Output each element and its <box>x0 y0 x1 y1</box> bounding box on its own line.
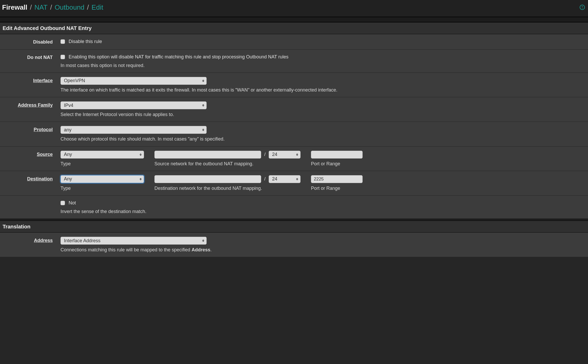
row-translation-address: Address Interface Address Connections ma… <box>0 233 588 257</box>
not-checkbox[interactable] <box>61 201 65 205</box>
breadcrumb: Firewall / NAT / Outbound / Edit <box>2 3 103 12</box>
panel-heading-translation: Translation <box>0 221 588 233</box>
do-not-nat-check-label: Enabling this option will disable NAT fo… <box>69 54 289 60</box>
chevron-updown-icon <box>140 178 142 180</box>
chevron-updown-icon <box>202 80 204 82</box>
do-not-nat-checkbox-wrap[interactable]: Enabling this option will disable NAT fo… <box>61 54 584 60</box>
chevron-updown-icon <box>202 104 204 107</box>
label-protocol[interactable]: Protocol <box>0 126 61 133</box>
address-family-help: Select the Internet Protocol version thi… <box>61 111 584 118</box>
destination-type-sub: Type <box>61 185 144 192</box>
disabled-checkbox[interactable] <box>61 39 65 44</box>
interface-select-value: OpenVPN <box>64 77 85 84</box>
chevron-updown-icon <box>202 129 204 131</box>
chevron-updown-icon <box>140 153 142 156</box>
row-protocol: Protocol any Choose which protocol this … <box>0 122 588 146</box>
source-port-sub: Port or Range <box>311 161 363 167</box>
row-address-family: Address Family IPv4 Select the Internet … <box>0 97 588 122</box>
do-not-nat-checkbox[interactable] <box>61 55 65 59</box>
destination-type-value: Any <box>64 176 72 182</box>
source-network-input[interactable] <box>154 151 261 159</box>
help-icon[interactable] <box>580 5 585 10</box>
breadcrumb-edit-link[interactable]: Edit <box>92 3 103 12</box>
destination-port-input[interactable] <box>311 175 363 183</box>
protocol-select[interactable]: any <box>61 126 207 134</box>
destination-mask-select[interactable]: 24 <box>269 175 301 183</box>
source-type-value: Any <box>64 151 72 158</box>
interface-help: The interface on which traffic is matche… <box>61 87 584 93</box>
slash-sep: / <box>264 151 266 158</box>
row-disabled: Disabled Disable this rule <box>0 34 588 49</box>
source-network-sub: Source network for the outbound NAT mapp… <box>154 161 301 167</box>
source-port-input[interactable] <box>311 151 363 159</box>
source-mask-value: 24 <box>272 151 277 158</box>
row-destination: Destination Any Type / <box>0 171 588 196</box>
label-not-blank <box>0 200 61 200</box>
address-family-select[interactable]: IPv4 <box>61 101 207 109</box>
not-help: Invert the sense of the destination matc… <box>61 208 584 215</box>
breadcrumb-root: Firewall <box>2 3 27 12</box>
translation-address-value: Interface Address <box>64 238 100 244</box>
panel-heading-edit-entry: Edit Advanced Outbound NAT Entry <box>0 22 588 34</box>
breadcrumb-bar: Firewall / NAT / Outbound / Edit <box>0 0 588 17</box>
interface-select[interactable]: OpenVPN <box>61 77 207 85</box>
spacer <box>0 17 588 22</box>
row-interface: Interface OpenVPN The interface on which… <box>0 73 588 97</box>
chevron-updown-icon <box>296 178 298 180</box>
destination-network-sub: Destination network for the outbound NAT… <box>154 185 301 192</box>
label-interface[interactable]: Interface <box>0 77 61 84</box>
not-checkbox-wrap[interactable]: Not <box>61 200 584 206</box>
breadcrumb-sep: / <box>29 3 33 12</box>
chevron-updown-icon <box>202 240 204 242</box>
destination-type-select[interactable]: Any <box>61 175 144 183</box>
label-do-not-nat: Do not NAT <box>0 54 61 61</box>
breadcrumb-sep: / <box>86 3 90 12</box>
translation-address-help: Connections matching this rule will be m… <box>61 247 584 253</box>
disabled-checkbox-wrap[interactable]: Disable this rule <box>61 38 584 45</box>
row-source: Source Any Type / <box>0 147 588 171</box>
row-not: Not Invert the sense of the destination … <box>0 196 588 219</box>
translation-address-select[interactable]: Interface Address <box>61 237 207 245</box>
destination-port-sub: Port or Range <box>311 185 363 192</box>
chevron-updown-icon <box>296 153 298 156</box>
protocol-help: Choose which protocol this rule should m… <box>61 136 584 142</box>
label-translation-address[interactable]: Address <box>0 237 61 244</box>
address-family-select-value: IPv4 <box>64 102 73 109</box>
label-destination[interactable]: Destination <box>0 175 61 182</box>
breadcrumb-nat-link[interactable]: NAT <box>34 3 47 12</box>
protocol-select-value: any <box>64 127 71 133</box>
source-mask-select[interactable]: 24 <box>269 151 301 159</box>
label-disabled: Disabled <box>0 38 61 45</box>
label-source[interactable]: Source <box>0 151 61 158</box>
row-do-not-nat: Do not NAT Enabling this option will dis… <box>0 50 588 73</box>
not-check-label: Not <box>69 200 76 206</box>
slash-sep: / <box>264 176 266 182</box>
do-not-nat-help: In most cases this option is not require… <box>61 62 584 69</box>
source-type-sub: Type <box>61 161 144 167</box>
label-address-family[interactable]: Address Family <box>0 101 61 108</box>
destination-mask-value: 24 <box>272 176 277 182</box>
disabled-check-label: Disable this rule <box>69 38 102 45</box>
source-type-select[interactable]: Any <box>61 151 144 159</box>
destination-network-input[interactable] <box>154 175 261 183</box>
breadcrumb-outbound-link[interactable]: Outbound <box>55 3 84 12</box>
breadcrumb-sep: / <box>49 3 53 12</box>
